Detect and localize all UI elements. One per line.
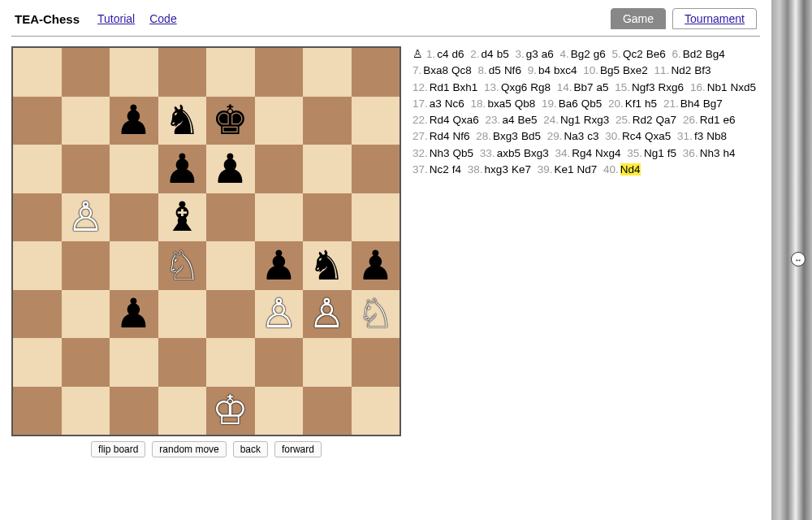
move-white[interactable]: Nh3	[430, 147, 450, 159]
square[interactable]	[13, 193, 62, 242]
square[interactable]	[62, 338, 110, 387]
move-black[interactable]: f4	[452, 163, 461, 176]
move-white[interactable]: Nh3	[700, 147, 720, 159]
white-knight-icon[interactable]: ♘	[158, 241, 207, 290]
move-white[interactable]: Ba6	[559, 98, 578, 110]
move-white[interactable]: Bb7	[573, 81, 593, 93]
square[interactable]	[303, 387, 352, 436]
random-move-button[interactable]: random move	[152, 441, 226, 457]
move-white[interactable]: Bxg3	[493, 130, 518, 142]
black-bishop-icon[interactable]: ♝	[158, 193, 207, 242]
square[interactable]: ♟	[255, 241, 304, 290]
move-white[interactable]: bxa5	[487, 98, 511, 110]
move-white[interactable]: c4	[437, 48, 448, 60]
move-black[interactable]: Rg8	[530, 81, 551, 93]
move-black[interactable]: a6	[542, 48, 554, 60]
move-black[interactable]: Nb8	[706, 130, 727, 142]
chess-board[interactable]: ♟♞♚♟♟♙♝♘♟♞♟♟♙♙♘♔	[11, 46, 401, 436]
square[interactable]	[303, 48, 352, 97]
move-black[interactable]: Nxd5	[730, 81, 756, 93]
move-white[interactable]: Bxa8	[423, 64, 448, 76]
move-black[interactable]: Be6	[646, 48, 666, 60]
move-black[interactable]: Qxa6	[453, 114, 479, 126]
move-black[interactable]: Bg4	[706, 48, 725, 60]
square[interactable]	[255, 145, 304, 193]
move-black[interactable]: e6	[723, 114, 735, 126]
move-white[interactable]: Rc4	[622, 130, 641, 142]
move-white[interactable]: Kf1	[625, 98, 641, 110]
square[interactable]: ♙	[303, 290, 352, 339]
white-pawn-icon[interactable]: ♙	[303, 290, 352, 339]
move-black[interactable]: Qa7	[656, 114, 677, 126]
move-white[interactable]: b4	[538, 64, 551, 76]
nav-link-tutorial[interactable]: Tutorial	[97, 12, 135, 25]
move-black[interactable]: Qxa5	[645, 130, 671, 142]
black-pawn-icon[interactable]: ♟	[110, 290, 158, 339]
move-white[interactable]: a3	[430, 98, 442, 110]
square[interactable]	[206, 338, 255, 387]
move-white[interactable]: Rd1	[700, 114, 720, 126]
black-pawn-icon[interactable]: ♟	[158, 145, 207, 193]
move-black[interactable]: Nf6	[504, 64, 521, 76]
square[interactable]: ♚	[206, 97, 255, 145]
square[interactable]: ♟	[206, 145, 255, 193]
square[interactable]	[13, 145, 62, 193]
flip-board-button[interactable]: flip board	[91, 441, 145, 457]
black-pawn-icon[interactable]: ♟	[110, 97, 158, 145]
square[interactable]	[62, 241, 110, 290]
move-black[interactable]: Bd5	[521, 130, 541, 142]
move-black[interactable]: Nc6	[445, 98, 464, 110]
square[interactable]	[62, 97, 110, 145]
square[interactable]	[352, 338, 400, 387]
move-white[interactable]: Nc2	[430, 163, 449, 176]
square[interactable]: ♞	[158, 97, 207, 145]
square[interactable]	[206, 48, 255, 97]
square[interactable]	[352, 145, 400, 193]
square[interactable]	[13, 97, 62, 145]
square[interactable]	[13, 387, 62, 436]
move-black[interactable]: Bxg3	[524, 147, 549, 159]
square[interactable]	[62, 387, 110, 436]
square[interactable]	[62, 145, 110, 193]
square[interactable]	[303, 97, 352, 145]
square[interactable]	[110, 193, 158, 242]
square[interactable]	[158, 290, 207, 339]
square[interactable]	[13, 241, 62, 290]
black-king-icon[interactable]: ♚	[206, 97, 255, 145]
black-knight-icon[interactable]: ♞	[158, 97, 207, 145]
nav-link-code[interactable]: Code	[149, 12, 176, 25]
move-white[interactable]: Bg5	[600, 64, 620, 76]
back-button[interactable]: back	[233, 441, 268, 457]
move-white[interactable]: Ng1	[644, 147, 664, 159]
square[interactable]	[255, 338, 304, 387]
forward-button[interactable]: forward	[274, 441, 322, 457]
square[interactable]	[62, 48, 110, 97]
move-white[interactable]: Rd4	[430, 130, 450, 142]
square[interactable]	[110, 145, 158, 193]
move-black[interactable]: Bxh1	[453, 81, 478, 93]
move-black[interactable]: Bxe2	[623, 64, 648, 76]
square[interactable]	[352, 97, 400, 145]
move-white[interactable]: Rg4	[572, 147, 592, 159]
black-pawn-icon[interactable]: ♟	[206, 145, 255, 193]
square[interactable]	[303, 145, 352, 193]
move-black[interactable]: Qb5	[453, 147, 474, 159]
square[interactable]	[62, 290, 110, 339]
move-black[interactable]: Qc8	[451, 64, 472, 76]
tab-game[interactable]: Game	[611, 8, 666, 29]
square[interactable]: ♝	[158, 193, 207, 242]
move-black[interactable]: Bf3	[694, 64, 710, 76]
square[interactable]	[255, 387, 304, 436]
square[interactable]	[110, 387, 158, 436]
move-black[interactable]: b5	[497, 48, 509, 60]
square[interactable]	[158, 387, 207, 436]
square[interactable]: ♘	[352, 290, 400, 339]
tab-tournament[interactable]: Tournament	[672, 8, 757, 29]
move-white[interactable]: d5	[489, 64, 501, 76]
move-black[interactable]: Nd7	[577, 163, 598, 176]
move-white[interactable]: Rd4	[430, 114, 450, 126]
move-black[interactable]: Rxg6	[659, 81, 685, 93]
square[interactable]	[255, 48, 304, 97]
square[interactable]	[158, 338, 207, 387]
move-black[interactable]: Bg7	[703, 98, 723, 110]
